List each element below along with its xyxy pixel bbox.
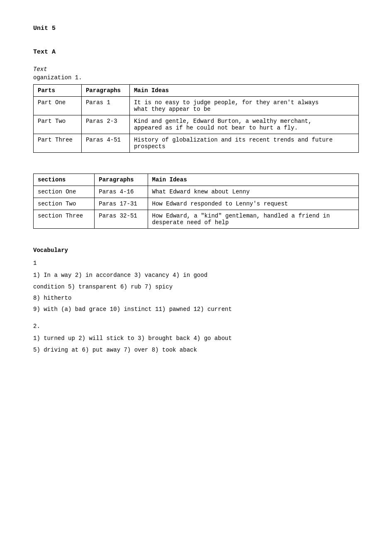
table2-header-main-ideas: Main Ideas (148, 174, 358, 186)
table-row: section Three Paras 32-51 How Edward, a … (34, 210, 359, 229)
vocabulary-section: Vocabulary 1 1) In a way 2) in accordanc… (33, 245, 359, 355)
table1-row1-idea: It is no easy to judge people, for they … (129, 97, 358, 115)
organization-table-2: sections Paragraphs Main Ideas section O… (33, 174, 359, 229)
unit-title: Unit 5 (33, 25, 359, 32)
table1-header-paragraphs: Paragraphs (81, 85, 129, 97)
table1-row2-idea: Kind and gentle, Edward Burton, a wealth… (129, 115, 358, 134)
vocab-line-4: 9) with (a) bad grace 10) instinct 11) p… (33, 304, 359, 315)
table2-header-sections: sections (34, 174, 95, 186)
organization-table-1: Parts Paragraphs Main Ideas Part One Par… (33, 84, 359, 153)
vocab-line-3: 8) hitherto (33, 293, 359, 303)
table1-row3-part: Part Three (34, 134, 82, 153)
org-label: oganization 1. (33, 74, 359, 81)
table-row: Part Two Paras 2-3 Kind and gentle, Edwa… (34, 115, 359, 134)
table-row: section Two Paras 17-31 How Edward respo… (34, 198, 359, 210)
vocabulary-title: Vocabulary (33, 245, 359, 256)
table1-header-parts: Parts (34, 85, 82, 97)
vocab-line-2: condition 5) transparent 6) rub 7) spicy (33, 282, 359, 292)
table2-row3-section: section Three (34, 210, 95, 229)
table-row: Part Three Paras 4-51 History of globali… (34, 134, 359, 153)
table-row: section One Paras 4-16 What Edward knew … (34, 186, 359, 198)
table1-row2-part: Part Two (34, 115, 82, 134)
table1-row1-part: Part One (34, 97, 82, 115)
table1-row2-paras: Paras 2-3 (81, 115, 129, 134)
vocab-section2-number: 2. (33, 321, 359, 332)
vocab-section1-number: 1 (33, 258, 359, 269)
table1-row1-paras: Paras 1 (81, 97, 129, 115)
table1-row3-paras: Paras 4-51 (81, 134, 129, 153)
text-label: Text (33, 66, 359, 73)
table2-row2-idea: How Edward responded to Lenny's request (148, 198, 358, 210)
table2-row1-idea: What Edward knew about Lenny (148, 186, 358, 198)
table2-row1-paras: Paras 4-16 (95, 186, 148, 198)
vocab-line-6: 5) driving at 6) put away 7) over 8) too… (33, 345, 359, 355)
vocab-line-1: 1) In a way 2) in accordance 3) vacancy … (33, 270, 359, 281)
table2-row1-section: section One (34, 186, 95, 198)
table2-row2-section: section Two (34, 198, 95, 210)
table2-row3-paras: Paras 32-51 (95, 210, 148, 229)
table1-row3-idea: History of globalization and its recent … (129, 134, 358, 153)
table2-header-paragraphs: Paragraphs (95, 174, 148, 186)
table2-row3-idea: How Edward, a "kind" gentleman, handled … (148, 210, 358, 229)
table2-row2-paras: Paras 17-31 (95, 198, 148, 210)
table-row: Part One Paras 1 It is no easy to judge … (34, 97, 359, 115)
vocab-line-5: 1) turned up 2) will stick to 3) brought… (33, 333, 359, 344)
table1-header-main-ideas: Main Ideas (129, 85, 358, 97)
text-a-title: Text A (33, 49, 359, 56)
